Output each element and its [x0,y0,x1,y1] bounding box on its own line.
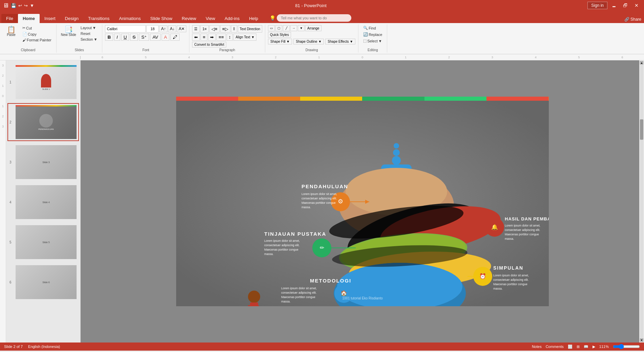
shape-outline-button[interactable]: Shape Outline ▼ [293,39,324,44]
slideshow-button[interactable]: ▶ [593,345,595,349]
paste-button[interactable]: 📋 Paste [3,25,20,38]
decrease-font-button[interactable]: A↓ [168,25,176,32]
tab-animations[interactable]: Animations [114,14,145,23]
paragraph-row3: Convert to SmartArt [192,42,226,47]
text-direction-button[interactable]: Text Direction [238,25,263,33]
tab-home[interactable]: Home [18,14,40,23]
columns-button[interactable]: ⫴ [231,25,237,33]
shape-effects-button[interactable]: Shape Effects ▼ [325,39,355,44]
bullets-button[interactable]: ☰ [192,25,200,33]
font-size-input[interactable] [146,25,159,33]
select-button[interactable]: ⬚ Select ▼ [361,38,384,44]
strikethrough-button[interactable]: S [130,34,138,41]
find-button[interactable]: 🔍 Find [361,25,378,31]
canvas-area[interactable]: ⚙ PENDAHULUAN Lorem ipsum dolor sit amet… [81,60,644,343]
minimize-button[interactable]: 🗕 [609,2,619,9]
new-slide-button[interactable]: 📑 New Slide [59,25,78,38]
highlight-button[interactable]: 🖍 [170,34,180,41]
convert-smartart-button[interactable]: Convert to SmartArt [192,42,226,47]
tab-view[interactable]: View [201,14,220,23]
char-spacing-button[interactable]: AV [150,34,161,41]
scroll-up-button[interactable]: ▲ [640,61,643,64]
sign-in-button[interactable]: Sign in [587,2,607,9]
slide-thumb-3[interactable]: 3 Slide 3 [7,143,79,181]
format-painter-button[interactable]: 🖌 Format Painter [20,37,54,43]
notes-button[interactable]: Notes [532,345,542,349]
drawing-label: Drawing [306,47,318,52]
reading-view-button[interactable]: 📖 [584,345,588,349]
vertical-scrollbar[interactable]: ▲ ▼ [639,60,644,343]
svg-text:Maecenas  porttitor  congue: Maecenas porttitor congue [264,248,298,251]
svg-text:Lorem ipsum dolor sit amet,: Lorem ipsum dolor sit amet, [302,192,337,196]
numbering-button[interactable]: 1≡ [200,25,209,33]
tab-file[interactable]: File [1,14,18,23]
tab-transitions[interactable]: Transitions [83,14,114,23]
shadow-button[interactable]: S⁺ [139,34,149,41]
quick-save-icon[interactable]: 💾 [11,3,16,8]
svg-text:PENDAHULUAN: PENDAHULUAN [302,183,348,189]
increase-indent-button[interactable]: ≡▷ [220,25,230,33]
decrease-indent-button[interactable]: ◁≡ [209,25,220,33]
font-format-row: B I U S S⁺ AV A 🖍 [105,34,179,41]
copy-button[interactable]: 📄 Copy [20,31,54,37]
more-shapes-button[interactable]: ▼ [298,25,305,31]
line-spacing-button[interactable]: ↕ [227,34,233,41]
slide-sorter-button[interactable]: ⊞ [577,345,580,349]
share-button[interactable]: 🔗 Share [624,17,641,22]
slide-thumb-4[interactable]: 4 Slide 4 [7,183,79,221]
quick-styles-button[interactable]: Quick Styles [268,32,291,38]
scroll-down-button[interactable]: ▼ [640,338,643,342]
zoom-slider[interactable] [613,344,640,349]
tell-me-input[interactable] [277,14,351,22]
close-button[interactable]: ✕ [632,2,641,9]
svg-text:TINJAUAN PUSTAKA: TINJAUAN PUSTAKA [264,231,326,237]
arrow-shape-button[interactable]: → [290,25,297,31]
increase-font-button[interactable]: A↑ [159,25,167,32]
tab-design[interactable]: Design [60,14,83,23]
comments-button[interactable]: Comments [546,345,564,349]
layout-button[interactable]: Layout ▼ [79,25,100,31]
arrange-button[interactable]: Arrange [305,25,321,31]
replace-button[interactable]: 🔄 Replace [361,32,384,37]
tab-addins[interactable]: Add-ins [220,14,244,23]
customize-icon[interactable]: ▼ [30,3,34,8]
bold-button[interactable]: B [105,34,113,41]
lightbulb-icon: 💡 [270,15,275,21]
font-name-input[interactable] [105,25,146,33]
paste-icon: 📋 [7,26,16,33]
tab-insert[interactable]: Insert [40,14,60,23]
scrollbar-thumb[interactable] [640,119,643,140]
line-shape-button[interactable]: ╱ [283,25,290,31]
underline-button[interactable]: U [121,34,129,41]
shape-fill-button[interactable]: Shape Fill ▼ [268,39,292,44]
normal-view-button[interactable]: ⬜ [568,345,573,349]
justify-button[interactable]: ≡≡ [216,34,226,41]
font-color-button[interactable]: A [162,34,169,41]
slide-thumb-5[interactable]: 5 Slide 5 [7,223,79,261]
svg-text:Maecenas  porttitor  congue: Maecenas porttitor congue [302,201,336,204]
reset-button[interactable]: Reset [79,31,100,36]
italic-button[interactable]: I [114,34,120,41]
color-bar [176,97,549,101]
restore-button[interactable]: 🗗 [620,2,630,9]
tab-review[interactable]: Review [177,14,201,23]
align-left-button[interactable]: ⬅ [192,34,200,41]
rect-shape-button[interactable]: ▭ [268,25,275,31]
undo-icon[interactable]: ↩ [18,3,22,8]
font-label: Font [142,47,149,52]
slide-thumb-2[interactable]: 2 PENDAHULUAN [7,103,79,141]
align-center-button[interactable]: ≡ [201,34,207,41]
svg-text:HASIL DAN PEMBAHASAN: HASIL DAN PEMBAHASAN [505,216,549,221]
slide-thumb-6[interactable]: 6 Slide 6 [7,263,79,301]
slide-thumb-1[interactable]: 1 SLIDE 1 [7,63,79,101]
editing-group-content: 🔍 Find 🔄 Replace ⬚ Select ▼ [361,25,384,47]
cut-button[interactable]: ✂ Cut [20,25,54,31]
redo-icon[interactable]: ↪ [24,3,28,8]
clear-format-button[interactable]: A✕ [177,25,186,32]
tab-help[interactable]: Help [244,14,263,23]
tab-slideshow[interactable]: Slide Show [145,14,177,23]
round-rect-button[interactable]: ▢ [275,25,282,31]
align-right-button[interactable]: ➡ [208,34,216,41]
align-text-button[interactable]: Align Text ▼ [233,34,256,41]
section-button[interactable]: Section ▼ [79,37,100,42]
